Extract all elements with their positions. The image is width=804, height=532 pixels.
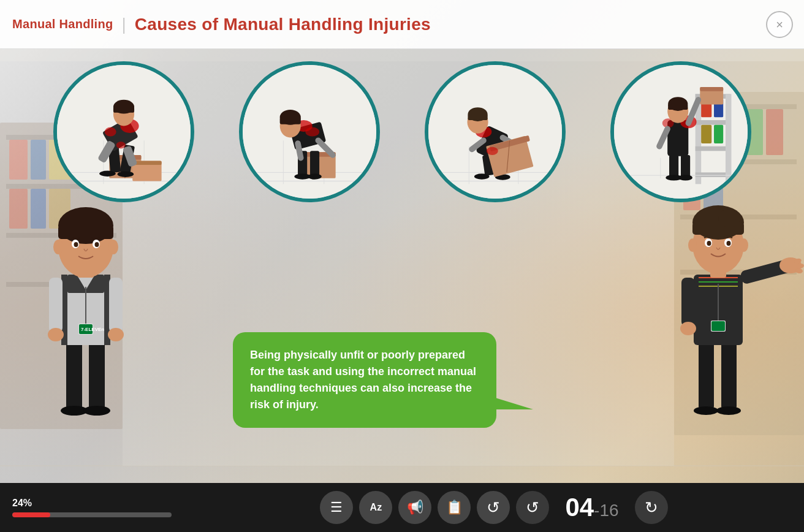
svg-rect-152 bbox=[681, 278, 695, 327]
svg-point-129 bbox=[48, 328, 64, 341]
circle-3 bbox=[425, 61, 566, 202]
svg-point-77 bbox=[474, 173, 489, 179]
svg-text:7-ELEVEn: 7-ELEVEn bbox=[81, 327, 104, 332]
module-label: Manual Handling bbox=[12, 17, 113, 31]
svg-point-163 bbox=[718, 209, 740, 227]
audio-button[interactable]: 📢 bbox=[398, 491, 431, 524]
forward-button[interactable]: ↻ bbox=[635, 491, 668, 524]
close-button[interactable]: × bbox=[766, 11, 793, 38]
svg-rect-105 bbox=[669, 155, 678, 177]
svg-point-169 bbox=[740, 238, 748, 252]
svg-rect-116 bbox=[668, 104, 688, 110]
speech-bubble-text: Being physically unfit or poorly prepare… bbox=[250, 349, 476, 411]
speech-bubble: Being physically unfit or poorly prepare… bbox=[233, 332, 496, 428]
svg-point-39 bbox=[99, 171, 116, 177]
svg-point-143 bbox=[694, 406, 718, 415]
svg-rect-106 bbox=[681, 155, 690, 177]
breadcrumb-separator: | bbox=[122, 15, 126, 34]
svg-point-49 bbox=[116, 142, 125, 148]
svg-rect-36 bbox=[132, 161, 161, 165]
menu-button[interactable]: ☰ bbox=[320, 491, 353, 524]
progress-track[interactable] bbox=[12, 512, 172, 517]
progress-label: 24% bbox=[12, 498, 196, 509]
main-content: 7-ELEVEn bbox=[0, 49, 804, 483]
svg-point-120 bbox=[83, 406, 110, 416]
svg-point-89 bbox=[486, 147, 498, 155]
replay-button[interactable]: ↺ bbox=[477, 491, 510, 524]
page-counter: 04 - 16 bbox=[565, 495, 618, 520]
svg-rect-141 bbox=[699, 342, 714, 409]
svg-rect-151 bbox=[711, 321, 725, 331]
svg-point-154 bbox=[680, 322, 696, 335]
forward-icon: ↻ bbox=[645, 498, 658, 517]
svg-point-61 bbox=[308, 173, 322, 179]
svg-point-144 bbox=[716, 406, 741, 415]
notes-button[interactable]: 📋 bbox=[438, 491, 471, 524]
header: Manual Handling | Causes of Manual Handl… bbox=[0, 0, 804, 49]
circle-2 bbox=[239, 61, 380, 202]
breadcrumb: Manual Handling | Causes of Manual Handl… bbox=[12, 15, 431, 34]
back-button[interactable]: ↺ bbox=[516, 491, 549, 524]
svg-point-64 bbox=[305, 127, 319, 136]
svg-point-140 bbox=[108, 240, 118, 254]
svg-rect-117 bbox=[66, 342, 82, 409]
svg-rect-104 bbox=[700, 87, 723, 91]
menu-icon: ☰ bbox=[330, 500, 343, 515]
svg-point-137 bbox=[74, 242, 78, 247]
notes-icon: 📋 bbox=[446, 500, 463, 515]
svg-rect-93 bbox=[695, 120, 730, 125]
replay-icon: ↺ bbox=[487, 498, 500, 517]
glossary-icon: Az bbox=[370, 502, 382, 513]
svg-point-139 bbox=[53, 240, 63, 254]
toolbar: 24% ☰ Az 📢 📋 ↺ ↺ bbox=[0, 483, 804, 532]
svg-rect-88 bbox=[468, 115, 487, 120]
toolbar-controls: ☰ Az 📢 📋 ↺ ↺ 04 - 16 bbox=[196, 491, 792, 524]
page-total: 16 bbox=[599, 501, 618, 520]
page-current: 04 bbox=[565, 495, 594, 520]
audio-icon: 📢 bbox=[407, 500, 423, 515]
svg-point-130 bbox=[108, 328, 124, 341]
svg-rect-127 bbox=[49, 278, 63, 333]
svg-line-66 bbox=[298, 143, 301, 158]
back-icon: ↺ bbox=[526, 498, 539, 517]
svg-rect-94 bbox=[695, 146, 730, 151]
svg-rect-59 bbox=[309, 151, 319, 175]
page-title: Causes of Manual Handling Injuries bbox=[135, 15, 431, 34]
svg-rect-99 bbox=[701, 125, 711, 143]
svg-point-48 bbox=[104, 127, 116, 136]
svg-rect-142 bbox=[721, 342, 737, 409]
glossary-button[interactable]: Az bbox=[359, 491, 392, 524]
character-right bbox=[632, 177, 804, 434]
svg-point-138 bbox=[95, 242, 99, 247]
svg-rect-96 bbox=[725, 94, 730, 184]
svg-point-167 bbox=[727, 241, 731, 246]
svg-rect-128 bbox=[109, 278, 123, 333]
svg-rect-118 bbox=[89, 342, 105, 409]
svg-rect-69 bbox=[279, 117, 300, 124]
svg-rect-134 bbox=[58, 226, 113, 239]
page-separator: - bbox=[594, 501, 599, 520]
svg-rect-47 bbox=[113, 107, 134, 112]
svg-rect-100 bbox=[714, 125, 723, 143]
progress-fill bbox=[12, 512, 50, 517]
character-left: 7-ELEVEn bbox=[0, 177, 172, 434]
svg-point-166 bbox=[707, 241, 711, 246]
svg-point-168 bbox=[688, 238, 697, 252]
app: Manual Handling | Causes of Manual Handl… bbox=[0, 0, 804, 532]
progress-section: 24% bbox=[12, 498, 196, 517]
